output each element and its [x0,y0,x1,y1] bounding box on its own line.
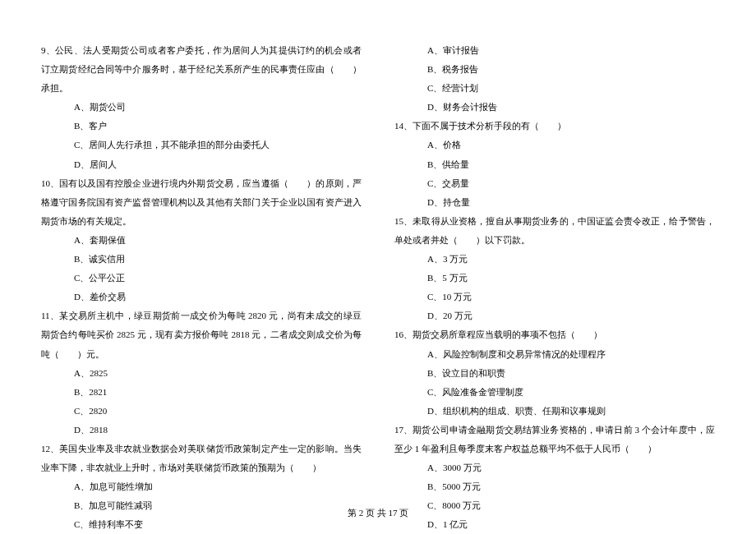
q13-option-c: C、经营计划 [394,79,715,98]
q15-option-d: D、20 万元 [394,306,715,325]
page-footer: 第 2 页 共 17 页 [0,507,756,519]
q11-option-b: B、2821 [41,383,362,402]
q9-option-b: B、客户 [41,117,362,136]
left-column: 9、公民、法人受期货公司或者客户委托，作为居间人为其提供订约的机会或者订立期货经… [41,41,362,501]
question-11: 11、某交易所主机中，绿豆期货前一成交价为每吨 2820 元，尚有未成交的绿豆期… [41,306,362,363]
q9-option-d: D、居间人 [41,155,362,174]
q9-option-c: C、居间人先行承担，其不能承担的部分由委托人 [41,136,362,154]
q10-option-b: B、诚实信用 [41,250,362,269]
q11-option-d: D、2818 [41,421,362,440]
right-column: A、审计报告 B、税务报告 C、经营计划 D、财务会计报告 14、下面不属于技术… [394,41,715,501]
q14-option-a: A、价格 [394,136,715,154]
q10-option-c: C、公平公正 [41,269,362,288]
q10-option-d: D、差价交易 [41,288,362,306]
q13-option-a: A、审计报告 [394,41,715,60]
q15-option-c: C、10 万元 [394,288,715,306]
question-9: 9、公民、法人受期货公司或者客户委托，作为居间人为其提供订约的机会或者订立期货经… [41,41,362,98]
q16-option-a: A、风险控制制度和交易异常情况的处理程序 [394,345,715,364]
question-16: 16、期货交易所章程应当载明的事项不包括（ ） [394,325,715,344]
question-10: 10、国有以及国有控股企业进行境内外期货交易，应当遵循（ ）的原则，严格遵守国务… [41,174,362,231]
q13-option-b: B、税务报告 [394,60,715,79]
q15-option-a: A、3 万元 [394,250,715,269]
q16-option-c: C、风险准备金管理制度 [394,383,715,402]
q12-option-a: A、加息可能性增加 [41,477,362,496]
q14-option-d: D、持仓量 [394,193,715,212]
q9-option-a: A、期货公司 [41,98,362,117]
q10-option-a: A、套期保值 [41,231,362,250]
q11-option-c: C、2820 [41,402,362,421]
q16-option-b: B、设立目的和职责 [394,364,715,383]
q15-option-b: B、5 万元 [394,269,715,288]
content-columns: 9、公民、法人受期货公司或者客户委托，作为居间人为其提供订约的机会或者订立期货经… [41,41,715,501]
question-12: 12、美国失业率及非农就业数据会对美联储货币政策制定产生一定的影响。当失业率下降… [41,440,362,477]
q17-option-b: B、5000 万元 [394,477,715,496]
q16-option-d: D、组织机构的组成、职责、任期和议事规则 [394,402,715,421]
question-17: 17、期货公司申请金融期货交易结算业务资格的，申请日前 3 个会计年度中，应至少… [394,421,715,458]
q14-option-c: C、交易量 [394,174,715,193]
question-15: 15、未取得从业资格，擅自从事期货业务的，中国证监会责令改正，给予警告，单处或者… [394,212,715,250]
q13-option-d: D、财务会计报告 [394,98,715,117]
q14-option-b: B、供给量 [394,155,715,174]
q11-option-a: A、2825 [41,364,362,383]
question-14: 14、下面不属于技术分析手段的有（ ） [394,117,715,136]
q17-option-a: A、3000 万元 [394,458,715,477]
